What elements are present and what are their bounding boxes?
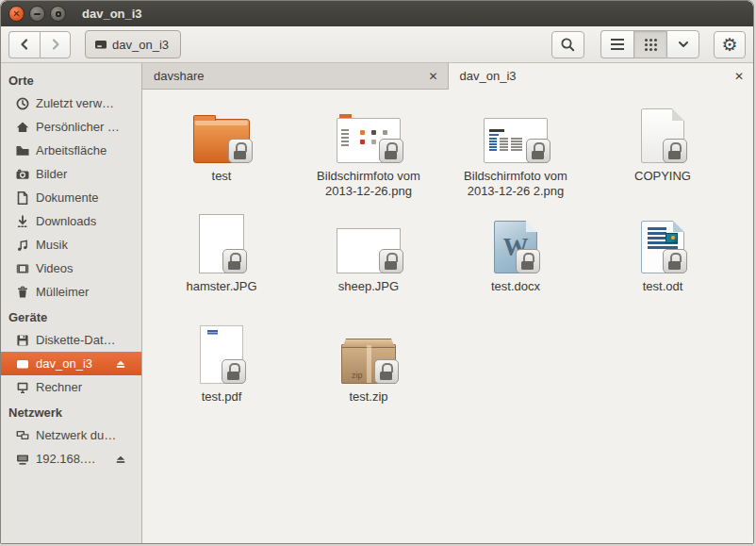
file-item[interactable]: COPYING (589, 99, 736, 209)
forward-button[interactable] (40, 31, 71, 58)
sidebar-item-dokumente[interactable]: Dokumente (1, 186, 141, 209)
close-button[interactable]: ✕ (8, 6, 25, 22)
file-label: COPYING (634, 169, 691, 184)
file-label: test.pdf (202, 389, 242, 405)
sidebar-item-label: Persönlicher … (36, 120, 120, 134)
sidebar-item-label: dav_on_i3 (36, 356, 92, 371)
titlebar[interactable]: ✕ dav_on_i3 (1, 1, 753, 26)
sidebar-item-m-lleimer[interactable]: Mülleimer (1, 280, 141, 304)
file-item[interactable]: ziptest.zip (295, 320, 442, 430)
word-document-icon: W (494, 221, 537, 273)
lock-emblem-icon (222, 249, 247, 273)
back-button[interactable] (8, 31, 40, 58)
gear-icon: ⚙ (721, 34, 737, 56)
file-item[interactable]: test.pdf (148, 320, 295, 430)
sidebar-item-netzwerk-du[interactable]: Netzwerk du… (1, 423, 141, 447)
chevron-down-icon (677, 38, 690, 51)
lock-emblem-icon (228, 139, 253, 163)
main-area: OrteZuletzt verw…Persönlicher …Arbeitsfl… (1, 63, 753, 543)
list-view-icon (611, 39, 624, 41)
toolbar: dav_on_i3 ⚙ (1, 26, 753, 63)
forward-icon (48, 37, 63, 52)
sidebar-item-dav_on_i3[interactable]: dav_on_i3 (1, 352, 141, 375)
sidebar-item-bilder[interactable]: Bilder (1, 162, 141, 186)
sidebar-item-zuletzt-verw[interactable]: Zuletzt verw… (1, 91, 141, 115)
file-icon-wrap (199, 211, 244, 273)
search-button[interactable] (551, 31, 584, 58)
sidebar-item-diskette-dat[interactable]: Diskette-Dat… (1, 328, 141, 352)
file-label: test.docx (491, 279, 540, 294)
sidebar-item-192-168[interactable]: 192.168.… (1, 447, 141, 471)
maximize-button[interactable] (50, 6, 66, 22)
tab-label: davshare (154, 69, 204, 83)
sidebar-item-label: Arbeitsfläche (36, 143, 107, 157)
clock-icon (15, 96, 30, 111)
back-icon (17, 37, 32, 52)
zip-archive-icon: zip (341, 344, 396, 384)
tab-close-icon[interactable]: ✕ (428, 70, 437, 83)
file-icon-wrap (484, 101, 548, 163)
close-icon: ✕ (12, 9, 20, 19)
file-item[interactable]: Wtest.docx (442, 209, 589, 320)
document-icon (15, 190, 30, 206)
sidebar-item-musik[interactable]: Musik (1, 233, 141, 256)
home-icon (15, 120, 30, 135)
file-item[interactable]: sheep.JPG (295, 209, 442, 320)
tab-dav_on_i3[interactable]: dav_on_i3✕ (449, 63, 754, 90)
drive-icon (15, 356, 30, 372)
sidebar-item-arbeitsfl-che[interactable]: Arbeitsfläche (1, 139, 141, 162)
file-label: test.odt (643, 279, 683, 294)
tab-label: dav_on_i3 (460, 69, 517, 83)
lock-emblem-icon (526, 139, 551, 163)
tab-close-icon[interactable]: ✕ (734, 70, 744, 83)
file-item[interactable]: test.odt (589, 209, 736, 320)
lock-emblem-icon (379, 249, 403, 273)
navigation-buttons (8, 31, 71, 58)
photo-sheep-icon (337, 228, 401, 273)
eject-icon (113, 357, 128, 371)
drive-icon (93, 37, 108, 52)
sidebar-item-pers-nlicher[interactable]: Persönlicher … (1, 115, 141, 139)
list-view-button[interactable] (600, 30, 633, 58)
floppy-icon (15, 333, 30, 348)
file-label: Bildschirmfoto vom 2013-12-26 2.png (450, 169, 582, 199)
sidebar-item-label: Videos (36, 261, 74, 275)
sidebar-section-header: Geräte (1, 304, 141, 328)
file-item[interactable]: test (148, 99, 295, 209)
file-icon-wrap (641, 211, 684, 273)
camera-icon (15, 167, 30, 182)
lock-emblem-icon (379, 139, 403, 163)
sidebar-item-label: Zuletzt verw… (36, 96, 114, 110)
sidebar-item-downloads[interactable]: Downloads (1, 209, 141, 233)
view-switcher (600, 30, 699, 58)
file-grid: testBildschirmfoto vom 2013-12-26.pngBil… (142, 90, 753, 543)
view-options-dropdown[interactable] (666, 30, 699, 58)
eject-button[interactable] (113, 357, 134, 371)
sidebar-item-rechner[interactable]: Rechner (1, 375, 141, 399)
folder-icon (15, 143, 30, 158)
sidebar-item-label: Diskette-Dat… (36, 333, 116, 347)
download-icon (15, 214, 30, 229)
file-manager-window: ✕ dav_on_i3 dav_on_i3 ⚙ (0, 0, 754, 544)
file-item[interactable]: Bildschirmfoto vom 2013-12-26.png (295, 99, 442, 209)
photo-hamster-icon (199, 214, 244, 273)
sidebar-item-label: Rechner (36, 380, 82, 394)
file-item[interactable]: hamster.JPG (148, 209, 295, 320)
eject-button[interactable] (113, 453, 134, 466)
file-icon-wrap (337, 101, 401, 163)
sidebar-item-label: Bilder (36, 167, 67, 181)
location-button[interactable]: dav_on_i3 (85, 30, 181, 58)
minimize-button[interactable] (29, 6, 45, 22)
file-label: test (212, 169, 232, 184)
sidebar-section-header: Netzwerk (1, 399, 141, 423)
sidebar-item-label: Musik (36, 238, 68, 252)
tab-davshare[interactable]: davshare✕ (142, 63, 449, 90)
file-label: test.zip (349, 389, 387, 405)
lock-emblem-icon (222, 359, 246, 384)
sidebar-item-label: Dokumente (36, 190, 98, 205)
sidebar-item-videos[interactable]: Videos (1, 256, 141, 280)
settings-button[interactable]: ⚙ (714, 31, 746, 58)
sidebar-item-label: Netzwerk du… (36, 428, 116, 442)
grid-view-button[interactable] (633, 30, 666, 58)
file-item[interactable]: Bildschirmfoto vom 2013-12-26 2.png (442, 99, 589, 209)
